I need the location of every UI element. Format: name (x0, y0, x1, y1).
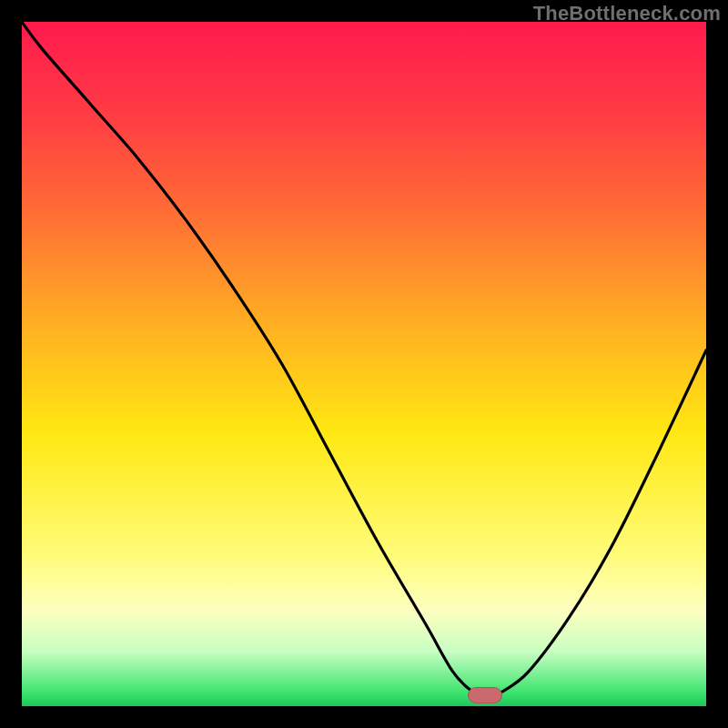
bottleneck-curve (22, 22, 706, 706)
plot-area (22, 22, 706, 706)
optimal-point-marker (468, 687, 502, 703)
chart-frame: TheBottleneck.com (0, 0, 728, 728)
